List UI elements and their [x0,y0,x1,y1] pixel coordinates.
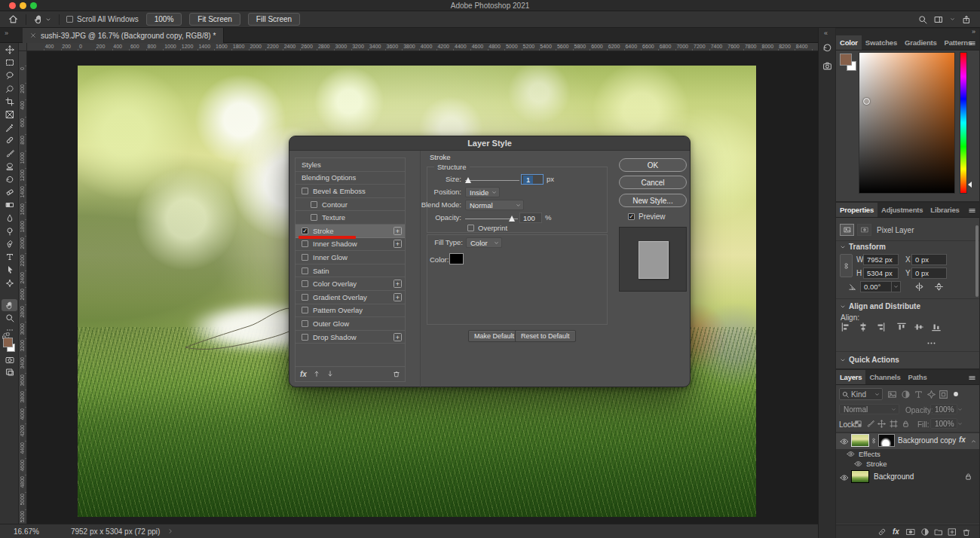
blur-tool[interactable] [2,212,17,225]
color-picker-cursor[interactable] [863,98,870,105]
eyedropper-tool[interactable] [2,121,17,133]
scroll-all-windows-checkbox[interactable] [66,16,73,23]
align-center-v-icon[interactable] [914,322,924,332]
style-item-bevel-emboss[interactable]: Bevel & Emboss [296,185,405,198]
frame-tool[interactable] [2,109,17,121]
add-effect-button[interactable]: + [394,280,402,288]
style-item-drop-shadow[interactable]: Drop Shadow+ [296,331,405,344]
add-effect-button[interactable]: + [394,227,402,235]
more-options-icon[interactable] [926,338,936,348]
layer-row-background[interactable]: Background [836,469,979,485]
mask-properties-icon[interactable] [857,224,871,236]
shape-tool[interactable] [2,277,17,289]
visibility-toggle-icon[interactable] [840,437,849,446]
filter-image-icon[interactable] [887,390,897,399]
home-icon[interactable] [8,14,18,24]
zoom-tool[interactable] [2,312,17,324]
style-item-contour[interactable]: Contour [296,198,405,212]
gradient-tool[interactable] [2,199,17,211]
panel-menu-icon[interactable] [968,374,976,382]
ok-button[interactable]: OK [619,158,687,172]
style-item-blending-options[interactable]: Blending Options [296,172,405,185]
tab-color[interactable]: Color [836,35,862,50]
style-item-inner-shadow[interactable]: Inner Shadow+ [296,238,405,252]
visibility-toggle-icon[interactable] [847,450,855,458]
opacity-slider[interactable] [465,215,518,222]
new-style-button[interactable]: New Style... [619,194,687,207]
layer-fx-badge[interactable]: fx [959,436,966,444]
layer-thumbnail[interactable] [851,470,869,483]
zoom-level-field[interactable]: 16.67% [14,527,39,536]
lock-checkerboard-icon[interactable] [854,420,862,428]
constrain-proportions-toggle[interactable] [840,254,853,277]
pixel-layer-icon[interactable] [840,224,854,236]
history-brush-tool[interactable] [2,173,17,185]
tab-properties[interactable]: Properties [836,203,877,217]
clone-stamp-tool[interactable] [2,160,17,173]
stroke-color-swatch[interactable] [449,253,464,264]
new-layer-icon[interactable] [948,527,957,536]
overprint-checkbox[interactable] [467,225,474,231]
visibility-toggle-icon[interactable] [854,460,862,468]
hand-tool-icon[interactable] [34,14,44,24]
minimize-window-button[interactable] [20,2,26,9]
panel-menu-icon[interactable] [968,206,976,215]
layer-fill-field[interactable]: 100% [930,418,957,429]
tab-swatches[interactable]: Swatches [862,35,901,50]
align-right-icon[interactable] [875,322,886,332]
folder-icon[interactable] [934,527,943,536]
filter-toggle-icon[interactable] [952,390,960,398]
fill-screen-button[interactable]: Fill Screen [248,13,300,26]
y-field[interactable]: 0 px [911,267,947,279]
style-item-color-overlay[interactable]: Color Overlay+ [296,277,405,291]
zoom-100-button[interactable]: 100% [146,13,182,26]
layer-row-background-copy[interactable]: Background copyfx [836,433,979,449]
rotate-angle-field[interactable]: 0.00° [860,281,901,292]
layer-thumbnail[interactable] [851,434,869,447]
dodge-tool[interactable] [2,225,17,237]
tab-channels[interactable]: Channels [865,370,904,384]
panel-menu-icon[interactable] [968,39,976,47]
collapse-effects-icon[interactable] [970,438,977,445]
align-top-icon[interactable] [896,322,907,332]
trash-icon[interactable] [962,527,971,536]
layer-opacity-field[interactable]: 100% [930,404,957,414]
style-item-texture[interactable]: Texture [296,211,405,225]
mask-icon[interactable] [906,527,915,536]
style-checkbox[interactable] [311,214,317,221]
eraser-tool[interactable] [2,186,17,198]
collapse-align-icon[interactable] [840,304,846,310]
document-tab[interactable]: sushi-39.JPG @ 16.7% (Background copy, R… [23,28,224,43]
size-slider[interactable] [465,176,519,184]
fill-type-select[interactable]: Color [466,237,502,248]
tab-paths[interactable]: Paths [905,370,931,384]
layer-row-effects[interactable]: Effects [836,449,979,459]
path-selection-tool[interactable] [2,264,17,276]
filter-type-icon[interactable] [914,390,923,399]
move-effect-down-icon[interactable] [326,370,334,378]
hand-tool[interactable] [2,299,17,311]
filter-adjustment-icon[interactable] [901,390,911,399]
toolbar-foreground-color[interactable] [3,338,13,347]
move-effect-up-icon[interactable] [313,370,320,378]
add-effect-button[interactable]: + [394,240,402,248]
blend-mode-select[interactable]: Normal [465,200,524,210]
make-default-button[interactable]: Make Default [468,330,520,342]
flip-horizontal-icon[interactable] [914,282,924,292]
brush-tool[interactable] [2,148,17,160]
collapse-dock-icon[interactable]: « [824,29,828,37]
marquee-tool[interactable] [2,57,17,69]
filter-kind-select[interactable]: Kind [839,388,883,400]
reset-to-default-button[interactable]: Reset to Default [515,330,576,342]
filter-smart-object-icon[interactable] [939,390,948,399]
style-checkbox[interactable] [302,294,308,301]
style-checkbox[interactable]: ✓ [302,228,308,234]
workspace-icon[interactable] [934,15,943,24]
tab-layers[interactable]: Layers [836,370,865,384]
mask-link-icon[interactable] [871,435,877,447]
move-tool[interactable] [2,44,17,56]
snapshot-panel-icon[interactable] [822,61,832,71]
style-checkbox[interactable] [302,240,308,247]
position-select[interactable]: Inside [465,187,500,197]
style-item-gradient-overlay[interactable]: Gradient Overlay+ [296,291,405,304]
